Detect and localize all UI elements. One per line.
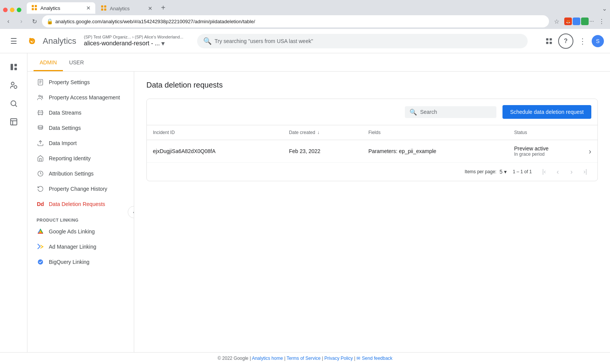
page-icon <box>37 78 44 86</box>
apps-button[interactable] <box>541 34 557 49</box>
maximize-btn[interactable] <box>17 8 21 12</box>
tab-active[interactable]: Analytics ✕ <box>27 2 95 14</box>
app-footer: © 2022 Google | Analytics home | Terms o… <box>0 352 610 364</box>
sidebar-item-data-streams[interactable]: Data Streams <box>27 105 134 120</box>
search-icon: 🔍 <box>203 37 212 45</box>
forward-button[interactable]: › <box>16 16 27 27</box>
reload-button[interactable]: ↻ <box>29 16 40 27</box>
ext2[interactable] <box>573 18 580 25</box>
page-info: 1 – 1 of 1 <box>513 169 532 174</box>
ext1[interactable]: 🦊 <box>564 18 572 25</box>
tab-bar: Analytics ✕ Analytics ✕ + ⌄ <box>0 0 610 14</box>
last-page-button[interactable]: ›| <box>579 166 591 178</box>
footer-privacy-policy[interactable]: Privacy Policy <box>324 356 353 361</box>
search-icon: 🔍 <box>409 109 417 116</box>
app-wrapper: ☰ Analytics (SP) Test GMP Organiz... › (… <box>0 29 610 364</box>
svg-point-27 <box>39 95 41 97</box>
sidebar-item-label: Property Settings <box>49 79 90 85</box>
new-tab-button[interactable]: + <box>158 2 169 13</box>
upload-icon <box>37 139 44 147</box>
sidebar-item-bigquery[interactable]: BigQuery Linking <box>27 254 134 270</box>
property-name[interactable]: alices-wonderand-resort - ... ▾ <box>84 39 183 48</box>
status-main: Preview active <box>514 145 548 152</box>
page-nav: |‹ ‹ › ›| <box>538 166 591 178</box>
identity-icon <box>37 155 44 162</box>
col-status: Status <box>508 125 597 140</box>
people-icon <box>37 94 44 101</box>
admin-tabs: ADMIN USER <box>27 53 610 72</box>
tab-close-icon[interactable]: ✕ <box>86 5 91 11</box>
browser-menu[interactable]: ⋮ <box>596 16 607 27</box>
feedback-icon: ✉ <box>356 356 360 361</box>
sidebar-item-property-settings[interactable]: Property Settings <box>27 75 134 90</box>
sidebar-item-attribution-settings[interactable]: Attribution Settings <box>27 166 134 181</box>
per-page-select[interactable]: 5 ▾ <box>499 169 507 175</box>
account-info: (SP) Test GMP Organiz... › (SP) Alice's … <box>84 35 183 48</box>
table-toolbar: 🔍 Search Schedule data deletion request <box>147 99 597 125</box>
prev-page-button[interactable]: ‹ <box>552 166 564 178</box>
sidebar-item-reporting-identity[interactable]: Reporting Identity <box>27 151 134 166</box>
col-date-created[interactable]: Date created ↓ <box>283 125 362 140</box>
sidebar-item-ad-manager[interactable]: Ad Manager Linking <box>27 239 134 254</box>
cell-status[interactable]: Preview active In grace period › <box>508 140 597 163</box>
table-search-box[interactable]: 🔍 Search <box>405 106 496 118</box>
row-chevron-right-icon[interactable]: › <box>589 147 591 156</box>
svg-rect-13 <box>550 42 552 44</box>
ga-logo <box>26 35 38 47</box>
help-button[interactable]: ? <box>558 34 573 49</box>
back-button[interactable]: ‹ <box>3 16 14 27</box>
nav-icon-reports[interactable] <box>6 78 21 93</box>
more-button[interactable]: ⋮ <box>575 34 590 49</box>
svg-rect-16 <box>14 68 16 70</box>
url-bar[interactable]: 🔒 analytics.google.com/analytics/web/#/a… <box>42 15 549 27</box>
nav-icon-advertising[interactable] <box>6 114 21 129</box>
sidebar: Property Settings Property Access Manage… <box>27 72 134 352</box>
tab2-close-icon[interactable]: ✕ <box>148 5 152 11</box>
nav-icon-home[interactable] <box>6 59 21 75</box>
sidebar-item-label: BigQuery Linking <box>49 259 90 265</box>
data-table: Incident ID Date created ↓ Fields <box>147 125 597 163</box>
first-page-button[interactable]: |‹ <box>538 166 550 178</box>
admin-area: ADMIN USER Property Settings <box>27 53 610 352</box>
sidebar-item-label: Data Streams <box>49 110 82 116</box>
footer-terms-of-service[interactable]: Terms of Service <box>287 356 321 361</box>
sidebar-item-google-ads[interactable]: Google Ads Linking <box>27 224 134 239</box>
product-linking-section: PRODUCT LINKING <box>27 212 134 224</box>
sidebar-item-data-settings[interactable]: Data Settings <box>27 120 134 136</box>
svg-rect-14 <box>10 64 13 70</box>
sort-down-icon: ↓ <box>317 130 319 135</box>
header-search[interactable]: 🔍 Try searching "users from USA last wee… <box>197 34 528 48</box>
tab-admin[interactable]: ADMIN <box>34 55 63 71</box>
tab-label: Analytics <box>40 5 60 11</box>
svg-point-19 <box>11 101 16 106</box>
sidebar-item-property-access[interactable]: Property Access Management <box>27 90 134 105</box>
schedule-deletion-button[interactable]: Schedule data deletion request <box>502 105 591 119</box>
svg-rect-0 <box>32 5 34 7</box>
cell-date-created: Feb 23, 2022 <box>283 140 362 163</box>
per-page-dropdown-icon: ▾ <box>504 169 507 175</box>
sidebar-item-data-deletion-requests[interactable]: Dd Data Deletion Requests <box>27 196 134 212</box>
hamburger-button[interactable]: ☰ <box>6 34 21 49</box>
sidebar-item-property-change-history[interactable]: Property Change History <box>27 181 134 196</box>
svg-rect-11 <box>550 38 552 40</box>
minimize-btn[interactable] <box>10 8 14 12</box>
tab-user[interactable]: USER <box>63 55 90 71</box>
bookmark-icon[interactable]: ☆ <box>551 16 562 27</box>
ext3[interactable] <box>581 18 589 25</box>
close-btn[interactable] <box>3 8 8 12</box>
footer-send-feedback[interactable]: ✉ Send feedback <box>356 356 392 361</box>
svg-rect-23 <box>38 80 43 85</box>
tab-list-icon[interactable]: ⌄ <box>602 5 607 12</box>
page-title: Data deletion requests <box>146 81 598 89</box>
more-extensions[interactable]: ⋯ <box>589 18 594 25</box>
svg-rect-6 <box>101 8 103 10</box>
svg-rect-7 <box>104 8 106 10</box>
avatar[interactable]: S <box>592 35 604 47</box>
tab-inactive[interactable]: Analytics ✕ <box>96 3 157 14</box>
footer-analytics-home[interactable]: Analytics home <box>252 356 283 361</box>
sidebar-item-data-import[interactable]: Data Import <box>27 136 134 151</box>
nav-icon-explore[interactable] <box>6 96 21 111</box>
ad-manager-icon <box>37 243 44 251</box>
next-page-button[interactable]: › <box>565 166 578 178</box>
left-nav-icons <box>0 53 27 352</box>
